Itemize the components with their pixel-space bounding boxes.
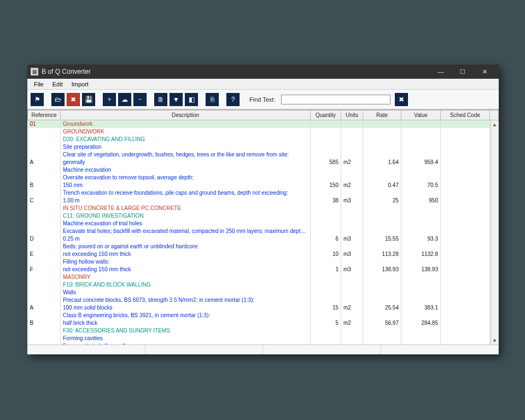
table-row[interactable]: Forming cavities [28,335,499,342]
cell-reference [28,220,61,228]
table-row[interactable]: Site preparation [28,143,499,151]
app-icon: ▦ [31,68,38,75]
table-row[interactable]: F10: BRICK AND BLOCK WALLING [28,281,499,289]
cell-reference [28,312,61,319]
cell-quantity [311,128,341,136]
cell-quantity [311,312,341,319]
table-row[interactable]: 01Groundwork [28,120,499,128]
cell-reference: A [28,159,61,166]
cell-units [341,327,363,335]
table-row[interactable]: Machine excavation [28,166,499,174]
tool-remove-icon[interactable]: － [133,93,147,106]
table-row[interactable]: D0.25 m6m315.5593.3 [28,235,499,243]
table-row[interactable]: Filling hollow walls: [28,258,499,266]
table-row[interactable]: IN SITU CONCRETE & LARGE PC CONCRETE [28,205,499,212]
table-row[interactable]: Trench excavation to receive foundations… [28,189,499,197]
tool-filter-icon[interactable]: ▼ [170,93,183,106]
table-row[interactable]: Bhalf brick thick5m256.97284.85 [28,319,499,327]
cell-value: 950 [401,197,441,205]
cell-value [401,281,441,289]
cell-reference [28,151,61,159]
cell-sched [441,281,490,289]
tool-copy-icon[interactable]: ⎘ [206,93,219,106]
menu-import[interactable]: Import [67,80,93,89]
cell-reference: F [28,266,61,273]
tool-layout-icon[interactable]: ◧ [185,93,198,106]
cell-description: Groundwork [61,120,311,128]
cell-description: generally [61,159,311,166]
cell-quantity [311,258,341,266]
cell-description: GROUNDWORK [61,128,311,136]
cell-units: m2 [341,304,363,312]
table-row[interactable]: Form cavity to hollow wall: [28,342,499,345]
hdr-rate[interactable]: Rate [363,110,401,120]
cell-units: m3 [341,197,363,205]
cell-description: Machine excavation of trial holes [61,220,311,228]
table-row[interactable]: C1.00 m38m325950 [28,197,499,205]
find-input[interactable] [281,95,390,104]
cell-sched [441,342,490,345]
cell-quantity [311,281,341,289]
table-row[interactable]: Beds; poured on or against earth or unbl… [28,243,499,250]
cell-description: Precast concrete blocks, BS 6073, streng… [61,296,311,304]
hdr-description[interactable]: Description [61,110,311,120]
tool-add-icon[interactable]: ＋ [103,93,116,106]
table-row[interactable]: B150 mm150m20.4770.5 [28,182,499,189]
cell-description: Excavate trial holes; backfill with exca… [61,228,311,235]
scroll-down-icon[interactable]: ▼ [492,337,498,345]
header-row: Reference Description Quantity Units Rat… [28,110,499,120]
cell-quantity [311,296,341,304]
table-row[interactable]: Precast concrete blocks, BS 6073, streng… [28,296,499,304]
hdr-sched[interactable]: Sched Code [441,110,490,120]
cell-units [341,166,363,174]
table-row[interactable]: Excavate trial holes; backfill with exca… [28,228,499,235]
table-row[interactable]: Class B engineering bricks, BS 3921, in … [28,312,499,319]
cell-units [341,243,363,250]
hdr-reference[interactable]: Reference [28,110,61,120]
table-row[interactable]: F30: ACCESSORIES AND SUNDRY ITEMS [28,327,499,335]
table-row[interactable]: C11: GROUND INVESTIGATION [28,212,499,220]
hdr-quantity[interactable]: Quantity [311,110,341,120]
vertical-scrollbar[interactable]: ▲ ▼ [491,121,498,345]
table-row[interactable]: Machine excavation of trial holes [28,220,499,228]
minimize-button[interactable]: — [430,65,452,79]
table-row[interactable]: MASONRY [28,273,499,281]
tool-help-icon[interactable]: ? [226,93,240,106]
table-row[interactable]: Fnot exceeding 150 mm thick1m3138.93138.… [28,266,499,273]
hdr-units[interactable]: Units [341,110,363,120]
table-row[interactable]: Walls [28,289,499,296]
data-grid[interactable]: Reference Description Quantity Units Rat… [27,110,499,345]
tool-open-icon[interactable]: 🗁 [51,93,65,106]
cell-quantity: 150 [311,182,341,189]
tool-cloud-icon[interactable]: ☁ [118,93,131,106]
close-button[interactable]: ✕ [474,65,495,79]
hdr-value[interactable]: Value [401,110,441,120]
table-row[interactable]: GROUNDWORK [28,128,499,136]
find-clear-icon[interactable]: ✖ [395,93,408,106]
table-row[interactable]: Clear site of vegetation, undergrowth, b… [28,151,499,159]
tool-delete-icon[interactable]: ✖ [67,93,80,106]
cell-description: Class B engineering bricks, BS 3921, in … [61,312,311,319]
tool-doc-icon[interactable]: 🗎 [154,93,167,106]
table-row[interactable]: A100 mm solid blocks15m225.54383.1 [28,304,499,312]
menu-file[interactable]: File [30,80,48,89]
cell-description: half brick thick [61,319,311,327]
statusbar [27,345,499,354]
table-row[interactable]: Enot exceeding 150 mm thick10m3113.28113… [28,250,499,258]
cell-rate [363,166,401,174]
cell-value [401,296,441,304]
maximize-button[interactable]: ☐ [452,65,474,79]
cell-description: Site preparation [61,143,311,151]
scroll-up-icon[interactable]: ▲ [492,121,498,129]
tool-save-icon[interactable]: 💾 [82,93,95,106]
cell-sched [441,182,490,189]
cell-rate: 138.93 [363,266,401,273]
table-row[interactable]: Oversite excavation to remove topsoil, a… [28,174,499,182]
tool-exit-icon[interactable]: ⚑ [31,93,44,106]
cell-value [401,189,441,197]
table-row[interactable]: D20: EXCAVATING AND FILLING [28,136,499,143]
cell-sched [441,220,490,228]
menu-edit[interactable]: Edit [48,80,67,89]
titlebar[interactable]: ▦ B of Q Converter — ☐ ✕ [27,65,499,79]
table-row[interactable]: Agenerally585m21.64959.4 [28,159,499,166]
